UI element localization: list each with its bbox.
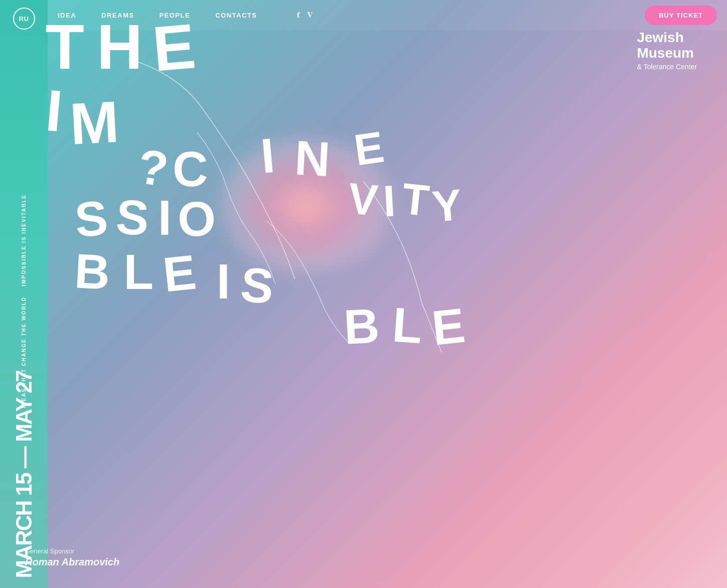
svg-text:Y: Y [430, 180, 464, 232]
svg-text:I: I [43, 77, 65, 144]
date-text: MARCH 15 — MAY 27 [14, 371, 34, 578]
svg-text:S: S [114, 189, 151, 246]
svg-text:B: B [343, 298, 381, 355]
svg-text:E: E [351, 122, 387, 175]
museum-logo: Jewish Museum & Tolerance Center [637, 30, 697, 71]
svg-text:S: S [73, 190, 110, 247]
svg-text:I: I [382, 176, 396, 226]
svg-text:I: I [158, 191, 172, 245]
svg-text:?: ? [134, 139, 172, 197]
svg-text:V: V [346, 174, 380, 225]
svg-text:T: T [399, 174, 431, 226]
svg-text:E: E [150, 10, 198, 85]
museum-subtitle: & Tolerance Center [637, 63, 697, 71]
buy-ticket-button[interactable]: BUY TICKET [645, 6, 717, 25]
svg-text:I: I [217, 254, 230, 309]
svg-text:N: N [294, 130, 332, 187]
hero-art-text: T H E I M ? C I N E S S I O V I T Y B L … [25, 10, 477, 401]
sidebar-date: MARCH 15 — MAY 27 [0, 371, 48, 578]
svg-text:M: M [68, 89, 120, 157]
museum-name-line1: Jewish [637, 30, 697, 46]
svg-text:L: L [123, 245, 154, 300]
svg-text:L: L [391, 297, 424, 354]
museum-name-line2: Museum [637, 46, 697, 61]
svg-text:H: H [97, 11, 142, 82]
svg-text:T: T [46, 11, 84, 82]
svg-text:I: I [258, 128, 276, 184]
svg-text:O: O [176, 190, 217, 247]
svg-text:S: S [238, 257, 275, 314]
svg-text:B: B [73, 243, 111, 300]
svg-text:E: E [429, 298, 468, 356]
svg-text:C: C [173, 142, 208, 197]
svg-text:E: E [161, 244, 199, 302]
